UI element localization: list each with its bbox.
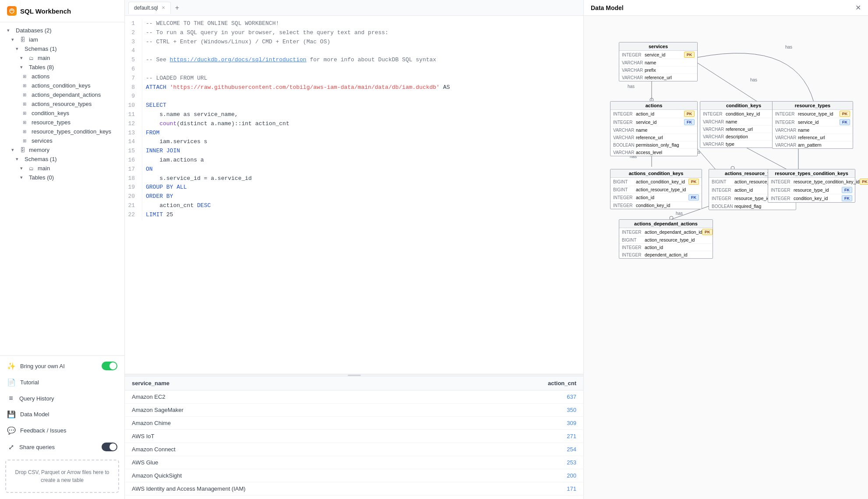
- data-model-canvas[interactable]: has has has has has has: [584, 16, 868, 499]
- cell-action-cnt: 309: [469, 417, 583, 430]
- table-row: AWS Identity and Access Management (IAM)…: [125, 482, 583, 495]
- er-rtck-title: resource_types_condition_keys: [768, 169, 855, 178]
- panel-header: Data Model ✕: [584, 0, 868, 16]
- nav-data-model[interactable]: 💾 Data Model: [0, 406, 124, 422]
- data-model-icon: 💾: [7, 410, 16, 418]
- er-services-row-3: VARCHARprefix: [619, 67, 697, 74]
- databases-label: Databases (2): [16, 27, 52, 34]
- cell-service-name: Amazon Connect: [125, 443, 469, 456]
- col-service-name[interactable]: service_name: [125, 376, 469, 390]
- table-icon: ⊞: [23, 111, 29, 116]
- db-expand-icon: ▾: [11, 37, 18, 42]
- database-icon: 🗄: [20, 37, 26, 43]
- er-ada-title: actions_dependant_actions: [619, 220, 713, 228]
- table-resource-types-condition-keys[interactable]: ⊞ resource_types_condition_keys: [0, 127, 124, 136]
- nav-bring-your-own[interactable]: ✨ Bring your own AI: [0, 358, 124, 374]
- folder-icon2: ▾: [20, 165, 26, 171]
- tab-close-button[interactable]: ✕: [162, 5, 165, 10]
- er-rt-row-2: INTEGERservice_idFK: [773, 118, 853, 127]
- tables-header-iam[interactable]: ▾ Tables (8): [0, 63, 124, 72]
- er-ack-row-1: BIGINTaction_condition_key_idPK: [610, 178, 702, 186]
- table-icon: ⊞: [23, 83, 29, 88]
- cell-action-cnt: 171: [469, 482, 583, 495]
- share-toggle-knob: [109, 443, 116, 450]
- tutorial-icon: 📄: [7, 378, 16, 387]
- er-services-row-4: VARCHARreference_url: [619, 74, 697, 81]
- er-rt-row-4: VARCHARreference_url: [773, 134, 853, 141]
- drag-handle-icon: [348, 375, 361, 376]
- schemas-memory[interactable]: ▾ Schemas (1): [0, 155, 124, 164]
- col-action-cnt[interactable]: action_cnt: [469, 376, 583, 390]
- svg-text:has: has: [750, 77, 757, 82]
- bring-your-own-toggle[interactable]: [102, 362, 117, 370]
- db-iam-label: iam: [29, 36, 38, 43]
- main-panel: default.sql ✕ + 12345 678910 1112131415 …: [125, 0, 583, 499]
- drop-zone[interactable]: Drop CSV, Parquet or Arrow files here to…: [5, 460, 119, 493]
- db-memory-label: memory: [29, 147, 49, 153]
- logo-icon: [7, 6, 17, 16]
- table-actions-condition-keys[interactable]: ⊞ actions_condition_keys: [0, 81, 124, 90]
- svg-text:has: has: [628, 84, 635, 89]
- nav-query-history-label: Query History: [19, 395, 54, 402]
- tab-add-button[interactable]: +: [172, 2, 183, 14]
- er-table-resource-types-condition-keys: resource_types_condition_keys INTEGERres…: [768, 169, 855, 203]
- db-iam[interactable]: ▾ 🗄 iam: [0, 35, 124, 44]
- tab-default-sql[interactable]: default.sql ✕: [128, 2, 171, 14]
- tables-header-memory[interactable]: ▾ Tables (0): [0, 173, 124, 182]
- nav-bring-your-own-label: Bring your own AI: [20, 363, 65, 369]
- table-services[interactable]: ⊞ services: [0, 136, 124, 145]
- table-icon: ⊞: [23, 138, 29, 143]
- nav-data-model-label: Data Model: [20, 411, 49, 418]
- editor-area[interactable]: 12345 678910 1112131415 1617181920 2122 …: [125, 16, 583, 374]
- tables-expand-icon2: ▾: [20, 175, 26, 180]
- nav-feedback[interactable]: 💬 Feedback / Issues: [0, 422, 124, 439]
- tables-expand-icon: ▾: [20, 64, 26, 70]
- schema-icon: 🗂: [29, 56, 35, 61]
- line-numbers: 12345 678910 1112131415 1617181920 2122: [125, 19, 142, 220]
- er-table-actions: actions INTEGERaction_idPK INTEGERservic…: [610, 101, 698, 156]
- table-resource-types[interactable]: ⊞ resource_types: [0, 118, 124, 127]
- er-ack-title: actions_condition_keys: [610, 169, 702, 178]
- nav-share[interactable]: ⤢ Share queries: [0, 439, 124, 455]
- expand-icon: ▾: [7, 28, 13, 33]
- er-services-title: services: [619, 42, 697, 51]
- er-services-row-2: VARCHARname: [619, 59, 697, 67]
- er-art-row-4: BOOLEANrequired_flag: [709, 203, 796, 210]
- er-table-resource-types: resource_types INTEGERresource_type_idPK…: [772, 101, 853, 149]
- schema-main-memory[interactable]: ▾ 🗂 main: [0, 164, 124, 173]
- table-condition-keys[interactable]: ⊞ condition_keys: [0, 109, 124, 118]
- schema-main[interactable]: ▾ 🗂 main: [0, 53, 124, 63]
- er-rtck-row-3: INTEGERcondition_key_idFK: [768, 194, 855, 202]
- folder-icon: ▾: [20, 55, 26, 61]
- schemas-iam-label: Schemas (1): [25, 46, 57, 52]
- schemas-iam[interactable]: ▾ Schemas (1): [0, 44, 124, 53]
- table-actions-dependant-actions[interactable]: ⊞ actions_dependant_actions: [0, 90, 124, 99]
- history-icon: ≡: [7, 394, 15, 402]
- cell-service-name: AWS IoT: [125, 430, 469, 443]
- table-actions[interactable]: ⊞ actions: [0, 72, 124, 81]
- table-icon: ⊞: [23, 129, 29, 134]
- schema-icon2: 🗂: [29, 166, 35, 171]
- svg-text:has: has: [785, 45, 792, 49]
- nav-tutorial[interactable]: 📄 Tutorial: [0, 374, 124, 390]
- table-icon: ⊞: [23, 120, 29, 125]
- tables-header-label: Tables (8): [29, 64, 54, 70]
- cell-service-name: AWS Identity and Access Management (IAM): [125, 482, 469, 495]
- er-actions-row-2: INTEGERservice_idFK: [610, 118, 697, 127]
- cell-service-name: Amazon EC2: [125, 390, 469, 404]
- results-area[interactable]: service_name action_cnt Amazon EC2 637 A…: [125, 376, 583, 499]
- er-actions-title: actions: [610, 102, 697, 110]
- table-row: Amazon Connect 254: [125, 443, 583, 456]
- cell-action-cnt: 350: [469, 404, 583, 417]
- er-rt-row-1: INTEGERresource_type_idPK: [773, 110, 853, 118]
- share-toggle[interactable]: [102, 443, 117, 451]
- cell-service-name: Amazon SageMaker: [125, 404, 469, 417]
- app-title: SQL Workbench: [20, 7, 71, 15]
- data-model-panel: Data Model ✕ has has has has has: [583, 0, 868, 499]
- results-table: service_name action_cnt Amazon EC2 637 A…: [125, 376, 583, 499]
- panel-close-button[interactable]: ✕: [855, 4, 861, 12]
- table-actions-resource-types[interactable]: ⊞ actions_resource_types: [0, 99, 124, 109]
- db-memory[interactable]: ▾ 🗄 memory: [0, 145, 124, 155]
- databases-header[interactable]: ▾ Databases (2): [0, 26, 124, 35]
- nav-query-history[interactable]: ≡ Query History: [0, 390, 124, 406]
